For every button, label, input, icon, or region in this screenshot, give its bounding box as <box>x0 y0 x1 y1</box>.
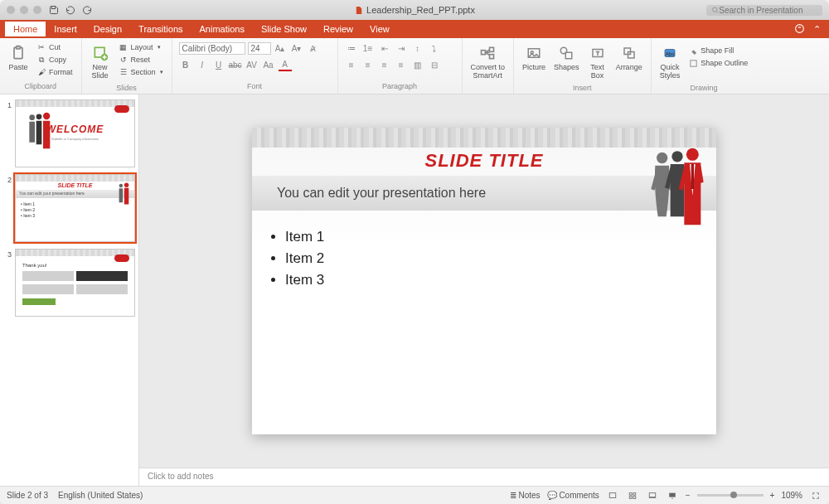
normal-view-button[interactable] <box>606 491 619 501</box>
char-spacing-button[interactable]: Aa <box>262 58 275 71</box>
font-name-select[interactable]: Calibri (Body) <box>179 42 245 55</box>
save-icon[interactable] <box>48 4 60 16</box>
columns-button[interactable]: ▥ <box>411 58 424 71</box>
minimize-window-icon[interactable] <box>20 6 28 14</box>
svg-rect-14 <box>593 50 603 57</box>
tab-transitions[interactable]: Transitions <box>130 22 191 36</box>
shape-outline-button[interactable]: Shape Outline <box>686 57 749 69</box>
svg-rect-3 <box>14 47 22 58</box>
language-indicator[interactable]: English (United States) <box>58 491 143 500</box>
shadow-button[interactable]: AV <box>245 58 259 71</box>
bullet-item[interactable]: Item 1 <box>285 229 683 245</box>
search-input[interactable] <box>719 6 817 15</box>
slide-thumbnail-1[interactable]: WELCOME Subtitle or Company information <box>15 99 135 167</box>
fit-to-window-button[interactable] <box>809 491 822 501</box>
bullet-item[interactable]: Item 3 <box>285 272 683 288</box>
current-slide[interactable]: SLIDE TITLE You can edit your presentati… <box>252 128 716 434</box>
section-button[interactable]: ☰Section▾ <box>117 66 165 78</box>
grow-font-button[interactable]: A▴ <box>274 41 287 55</box>
bullets-button[interactable]: ≔ <box>345 41 358 55</box>
slide-body[interactable]: Item 1 Item 2 Item 3 <box>252 211 716 307</box>
titlebar: Leadership_Red_PPT.pptx <box>0 0 829 20</box>
clipboard-icon <box>8 43 28 63</box>
app-window: Leadership_Red_PPT.pptx Home Insert Desi… <box>0 0 829 504</box>
sorter-view-button[interactable] <box>626 491 639 501</box>
text-direction-button[interactable]: ⤵ <box>428 41 441 55</box>
bullet-item[interactable]: Item 2 <box>285 250 683 267</box>
slide-thumbnail-3[interactable]: Thank you! <box>15 249 135 317</box>
statusbar: Slide 2 of 3 English (United States) ≣ N… <box>0 486 829 504</box>
numbering-button[interactable]: 1≡ <box>361 41 375 55</box>
format-painter-button[interactable]: 🖌Format <box>35 66 75 78</box>
zoom-slider[interactable] <box>697 494 764 497</box>
zoom-window-icon[interactable] <box>33 6 41 14</box>
cut-button[interactable]: ✂Cut <box>35 41 75 53</box>
tab-home[interactable]: Home <box>5 22 46 36</box>
slideshow-view-button[interactable] <box>666 491 679 501</box>
shapes-button[interactable]: Shapes <box>552 41 581 74</box>
paste-button[interactable]: Paste <box>7 41 30 74</box>
justify-button[interactable]: ≡ <box>395 58 408 71</box>
line-spacing-button[interactable]: ↕ <box>411 41 424 55</box>
shapes-icon <box>556 43 576 63</box>
collapse-ribbon-icon[interactable]: ⌃ <box>813 24 821 35</box>
tab-slideshow[interactable]: Slide Show <box>253 22 315 36</box>
copy-button[interactable]: ⧉Copy <box>35 54 75 65</box>
copy-icon: ⧉ <box>36 55 46 65</box>
notes-pane[interactable]: Click to add notes <box>139 468 829 486</box>
align-left-button[interactable]: ≡ <box>345 58 358 71</box>
redo-icon[interactable] <box>81 4 93 16</box>
zoom-out-button[interactable]: − <box>686 491 691 500</box>
strike-button[interactable]: abc <box>229 58 242 71</box>
align-right-button[interactable]: ≡ <box>378 58 391 71</box>
shrink-font-button[interactable]: A▾ <box>290 41 303 55</box>
tab-animations[interactable]: Animations <box>191 22 253 36</box>
subtitle-band[interactable]: You can edit your presentation here <box>252 176 716 211</box>
svg-rect-0 <box>52 7 56 9</box>
align-text-button[interactable]: ⊟ <box>428 58 441 71</box>
thumbnail-number: 1 <box>3 99 12 167</box>
tab-insert[interactable]: Insert <box>46 22 85 36</box>
notes-toggle[interactable]: ≣ Notes <box>510 491 541 500</box>
font-color-button[interactable]: A <box>279 58 292 71</box>
font-size-select[interactable]: 24 <box>248 42 271 55</box>
slide-title-text[interactable]: SLIDE TITLE <box>252 150 716 172</box>
textbox-button[interactable]: Text Box <box>586 41 609 82</box>
convert-smartart-button[interactable]: Convert to SmartArt <box>469 41 507 82</box>
file-icon <box>354 6 363 15</box>
italic-button[interactable]: I <box>196 58 209 71</box>
svg-rect-34 <box>649 492 656 497</box>
tab-view[interactable]: View <box>361 22 398 36</box>
align-center-button[interactable]: ≡ <box>361 58 375 71</box>
reset-button[interactable]: ↺Reset <box>117 54 165 65</box>
slide-canvas-area[interactable]: SLIDE TITLE You can edit your presentati… <box>139 94 829 468</box>
svg-rect-19 <box>691 60 696 65</box>
clear-format-button[interactable]: A̷ <box>307 41 320 55</box>
comments-toggle[interactable]: 💬 Comments <box>547 491 599 500</box>
layout-icon: ▦ <box>119 42 128 52</box>
underline-button[interactable]: U <box>212 58 225 71</box>
slide-subtitle-text[interactable]: You can edit your presentation here <box>277 186 486 201</box>
svg-point-21 <box>36 114 42 120</box>
share-icon[interactable] <box>794 23 805 36</box>
search-box[interactable] <box>706 5 822 16</box>
indent-dec-button[interactable]: ⇤ <box>378 41 391 55</box>
reading-view-button[interactable] <box>646 491 659 501</box>
new-slide-button[interactable]: New Slide <box>89 41 112 82</box>
quick-styles-button[interactable]: AbcQuick Styles <box>658 41 682 82</box>
bold-button[interactable]: B <box>179 58 192 71</box>
layout-button[interactable]: ▦Layout▾ <box>117 41 165 53</box>
slide-thumbnail-2[interactable]: SLIDE TITLE You can edit your presentati… <box>15 174 135 242</box>
tab-review[interactable]: Review <box>315 22 361 36</box>
close-window-icon[interactable] <box>7 6 15 14</box>
svg-text:Abc: Abc <box>666 51 674 56</box>
outline-icon <box>688 58 698 68</box>
zoom-in-button[interactable]: + <box>770 491 775 500</box>
arrange-button[interactable]: Arrange <box>614 41 644 74</box>
shape-fill-button[interactable]: Shape Fill <box>686 45 749 56</box>
zoom-level[interactable]: 109% <box>781 491 802 500</box>
tab-design[interactable]: Design <box>85 22 130 36</box>
undo-icon[interactable] <box>65 4 76 16</box>
picture-button[interactable]: Picture <box>521 41 547 74</box>
indent-inc-button[interactable]: ⇥ <box>395 41 408 55</box>
